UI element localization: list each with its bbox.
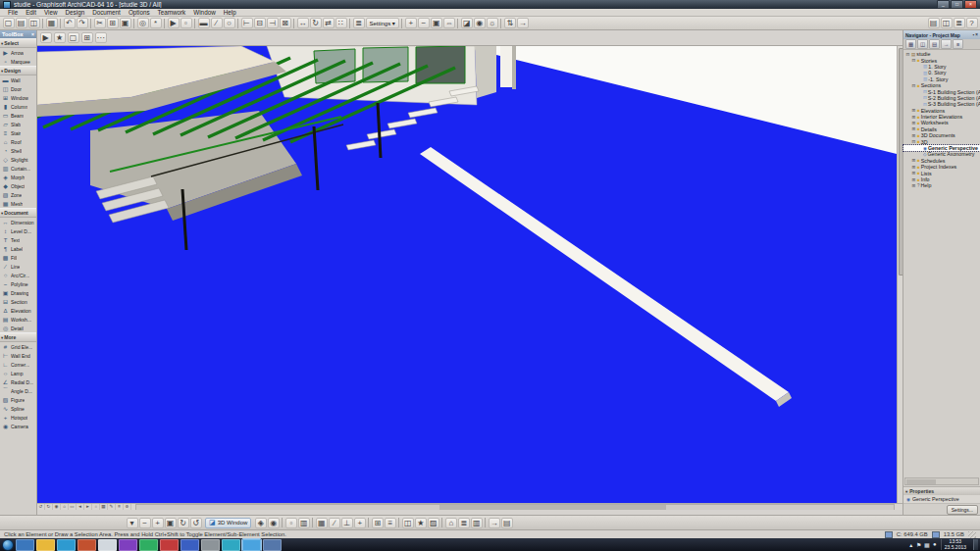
taskbar-app-8[interactable] <box>160 539 179 551</box>
tray-show-hidden-icon[interactable]: ▴ <box>907 541 915 548</box>
cut-icon[interactable]: ✂ <box>94 18 106 28</box>
adjust-icon[interactable]: ⊣ <box>267 18 279 28</box>
quick-options-icon[interactable]: ▾ <box>127 518 138 528</box>
copy-icon[interactable]: ⊞ <box>107 18 119 28</box>
tool-section[interactable]: ⊟Section <box>0 297 36 306</box>
filter-elements-icon[interactable]: ▥ <box>298 518 310 528</box>
toolbox-title-bar[interactable]: ToolBox × <box>0 30 36 38</box>
resize-grip[interactable] <box>968 531 976 538</box>
grid-icon[interactable]: ▦ <box>100 504 108 510</box>
toolbox-group-more[interactable]: ▾More <box>0 332 36 342</box>
settings-button[interactable]: Settings... <box>947 505 978 515</box>
taskbar-clock[interactable]: 13:53 23.5.2013 <box>941 539 969 550</box>
camera-icon[interactable]: ◉ <box>474 18 486 28</box>
tool-grid-ele[interactable]: #Grid Ele... <box>0 342 36 351</box>
settings-combo-icon[interactable]: Settings ▾ <box>366 18 399 28</box>
fit-icon[interactable]: ▭ <box>69 504 77 510</box>
sun-icon[interactable]: ☼ <box>92 504 100 510</box>
taskbar-app-9[interactable] <box>181 539 199 551</box>
toolbox-group-document[interactable]: ▾Document <box>0 208 36 218</box>
previous-view-icon[interactable]: ◄ <box>77 504 84 510</box>
tool-arrow[interactable]: ▶Arrow <box>0 48 36 57</box>
taskbar-app-1[interactable] <box>16 539 34 551</box>
new-icon[interactable]: ▢ <box>3 18 15 28</box>
snap-options-icon[interactable]: ⊞ <box>81 32 93 43</box>
explore-model-icon[interactable]: ↺ <box>190 518 202 528</box>
project-map-icon[interactable]: ▦ <box>905 39 916 49</box>
taskbar-app-3[interactable] <box>57 539 76 551</box>
tool-window[interactable]: ⊞Window <box>0 93 36 102</box>
horizontal-scrollbar-thumb[interactable] <box>439 505 667 510</box>
find-select-icon[interactable]: ◎ <box>137 18 149 28</box>
save-icon[interactable]: ◫ <box>28 18 40 28</box>
help-icon[interactable]: ? <box>966 18 978 28</box>
tool-figure[interactable]: ▧Figure <box>0 395 36 404</box>
paste-icon[interactable]: ▣ <box>120 18 131 28</box>
tool-lamp[interactable]: ☼Lamp <box>0 369 36 377</box>
zoom-in-icon[interactable]: + <box>152 518 164 528</box>
taskbar-app-4[interactable] <box>77 539 96 551</box>
tool-arc-cir[interactable]: ○Arc/Cir... <box>0 271 36 279</box>
circle-tool-icon[interactable]: ○ <box>224 18 235 28</box>
show-hide-palettes-icon[interactable]: ▤ <box>928 18 940 28</box>
zoom-out-icon[interactable]: − <box>139 518 151 528</box>
menu-view[interactable]: View <box>40 9 62 17</box>
pin-icon[interactable]: ▪ <box>973 32 975 37</box>
rotate-icon[interactable]: ↻ <box>310 18 322 28</box>
trace-reference-icon[interactable]: ▨ <box>428 518 439 528</box>
tool-angle-d[interactable]: ⌒Angle D... <box>0 386 36 395</box>
tree-options-icon[interactable]: ≡ <box>953 39 963 49</box>
taskbar-archicad[interactable] <box>242 539 261 551</box>
element-settings-icon[interactable]: * <box>150 18 162 28</box>
tool-wall-end[interactable]: ⊢Wall End <box>0 351 36 360</box>
tray-volume-icon[interactable]: ● <box>931 541 939 548</box>
wall-tool-icon[interactable]: ▬ <box>198 18 210 28</box>
tray-action-center-icon[interactable]: ⚑ <box>915 541 923 548</box>
tool-slab[interactable]: ▱Slab <box>0 120 36 128</box>
menu-options[interactable]: Options <box>125 9 154 17</box>
navigator-scrollbar-thumb[interactable] <box>906 479 936 484</box>
intersect-icon[interactable]: ⊠ <box>280 18 291 28</box>
menu-edit[interactable]: Edit <box>22 9 40 17</box>
show-desktop-button[interactable] <box>973 539 978 550</box>
tool-worksh[interactable]: ▤Worksh... <box>0 315 36 324</box>
tool-hotspot[interactable]: +Hotspot <box>0 413 36 422</box>
taskbar-app-5[interactable] <box>98 539 117 551</box>
pan-icon[interactable]: ⇔ <box>443 18 455 28</box>
toolbox-group-select[interactable]: ▾Select <box>0 38 36 48</box>
taskbar-app-10[interactable] <box>201 539 220 551</box>
print-icon[interactable]: ▦ <box>46 18 58 28</box>
layout-book-icon[interactable]: ▤ <box>929 39 940 49</box>
edit-icon[interactable]: ✎ <box>108 504 116 510</box>
menu-help[interactable]: Help <box>220 9 240 17</box>
gravity-icon[interactable]: ⊥ <box>341 518 353 528</box>
favorites-icon[interactable]: ★ <box>54 32 66 43</box>
quick-layers-icon[interactable]: ≣ <box>954 18 965 28</box>
tool-drawing[interactable]: ▣Drawing <box>0 288 36 297</box>
home-icon[interactable]: ⌂ <box>61 504 69 510</box>
publisher-icon[interactable]: → <box>941 39 952 49</box>
taskbar-app-7[interactable] <box>139 539 158 551</box>
menu-design[interactable]: Design <box>62 9 89 17</box>
properties-header[interactable]: ▾ Properties <box>903 486 980 495</box>
tool-corner[interactable]: ∟Corner... <box>0 360 36 369</box>
orbit-icon[interactable]: ↻ <box>178 518 189 528</box>
tracker-icon[interactable]: ≡ <box>385 518 396 528</box>
tool-fill[interactable]: ▩Fill <box>0 253 36 262</box>
tool-stair[interactable]: ≡Stair <box>0 128 36 137</box>
tool-door[interactable]: ◫Door <box>0 84 36 93</box>
toolbox-group-design[interactable]: ▾Design <box>0 66 36 75</box>
orbit-icon[interactable]: ↻ <box>45 504 53 510</box>
arrow-tool-icon[interactable]: ▶ <box>168 18 180 28</box>
taskbar-app-13[interactable] <box>263 539 282 551</box>
marquee-tool-icon[interactable]: ▫ <box>181 18 192 28</box>
tool-roof[interactable]: ⌂Roof <box>0 137 36 146</box>
organizer-icon[interactable]: ▤ <box>501 518 513 528</box>
selection-info-icon[interactable]: ▢ <box>68 32 79 43</box>
coordinates-icon[interactable]: ⊞ <box>372 518 384 528</box>
grid-snap-icon[interactable]: ▦ <box>316 518 328 528</box>
perspective-settings-icon[interactable]: ◈ <box>255 518 267 528</box>
look-to-icon[interactable]: ◉ <box>53 504 61 510</box>
zoom-out-icon[interactable]: − <box>418 18 430 28</box>
tool-skylight[interactable]: ◇Skylight <box>0 155 36 164</box>
